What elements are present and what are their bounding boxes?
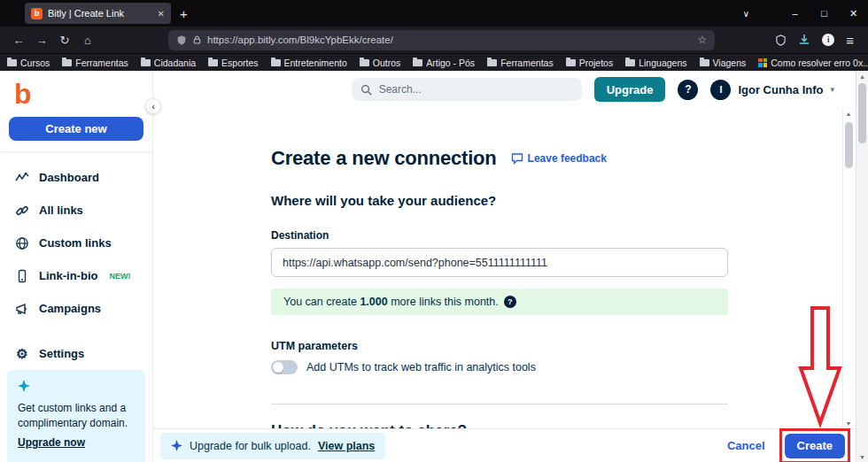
quota-help-icon[interactable]: ?: [504, 296, 516, 308]
scroll-down-icon[interactable]: ▼: [856, 451, 868, 462]
sidebar-item-dashboard[interactable]: Dashboard: [0, 161, 152, 194]
bitly-logo[interactable]: b: [0, 71, 152, 112]
lock-icon[interactable]: [192, 35, 202, 45]
gear-icon: ⚙: [15, 347, 29, 361]
bookmark-item[interactable]: Como resolver erro 0x...: [758, 58, 868, 68]
bookmark-folder[interactable]: Linguagens: [625, 58, 686, 68]
view-plans-link[interactable]: View plans: [318, 440, 375, 452]
phone-icon: [15, 269, 29, 283]
menu-icon[interactable]: ≡: [846, 33, 854, 48]
sidebar-item-all-links[interactable]: All links: [0, 194, 152, 227]
form-footer: Upgrade for bulk upload. View plans Canc…: [153, 428, 868, 462]
navbar-right-icons: i ≡: [775, 33, 854, 48]
bookmark-label: Como resolver erro 0x...: [771, 58, 868, 68]
scroll-up-icon[interactable]: ▲: [856, 71, 868, 81]
utm-toggle[interactable]: [271, 360, 298, 374]
content-scrollbar[interactable]: ▲ ▼: [842, 108, 854, 428]
sidebar-item-custom-links[interactable]: Custom links: [0, 227, 152, 259]
bulk-upload-banner: Upgrade for bulk upload. View plans: [160, 433, 385, 459]
avatar: I: [710, 80, 731, 100]
bookmark-folder[interactable]: Viagens: [700, 58, 747, 68]
bookmark-folder[interactable]: Outros: [360, 58, 401, 68]
bookmark-folder[interactable]: Cursos: [7, 58, 50, 68]
account-shield-icon[interactable]: [775, 35, 787, 46]
url-bar[interactable]: https://app.bitly.com/Bl9kcYpbEkk/create…: [168, 30, 715, 50]
windows-icon: [758, 58, 767, 67]
search-input[interactable]: [379, 83, 573, 96]
info-icon[interactable]: i: [822, 34, 834, 46]
sidebar-item-settings[interactable]: ⚙ Settings: [0, 337, 152, 370]
create-button[interactable]: Create: [785, 434, 845, 458]
upgrade-now-link[interactable]: Upgrade now: [18, 435, 85, 450]
tracking-shield-icon[interactable]: [176, 35, 187, 46]
bookmark-folder[interactable]: Entretenimento: [271, 58, 347, 68]
tab-title: Bitly | Create Link: [48, 8, 152, 19]
create-new-button[interactable]: Create new: [9, 117, 143, 141]
bookmark-folder[interactable]: Cidadania: [141, 58, 196, 68]
search-box[interactable]: [352, 78, 582, 101]
minimize-button[interactable]: –: [780, 0, 810, 27]
bookmark-label: Cursos: [20, 58, 50, 68]
bookmark-folder[interactable]: Ferramentas: [487, 58, 554, 68]
sparkle-icon: [18, 380, 135, 396]
bookmark-star-icon[interactable]: ☆: [697, 34, 707, 46]
sidebar-collapse-button[interactable]: ‹: [145, 98, 161, 114]
cancel-button[interactable]: Cancel: [727, 439, 765, 452]
chevron-down-icon: ▾: [830, 85, 834, 94]
scroll-down-icon[interactable]: ▼: [843, 418, 854, 428]
bookmark-label: Viagens: [713, 58, 747, 68]
forward-button[interactable]: →: [30, 28, 53, 51]
create-link-form: Create a new connection Leave feedback W…: [153, 108, 868, 428]
browser-scrollbar[interactable]: ▲ ▼: [856, 71, 868, 462]
bitly-favicon-icon: b: [31, 8, 43, 19]
bitly-logo-letter: b: [14, 78, 32, 110]
folder-icon: [566, 59, 576, 66]
reload-button[interactable]: ↻: [53, 28, 76, 51]
sparkline-icon: [15, 171, 29, 185]
downloads-icon[interactable]: [798, 34, 810, 46]
account-menu[interactable]: I Igor Cunha Info ▾: [710, 80, 834, 100]
sidebar-item-label: Link-in-bio: [39, 269, 97, 282]
maximize-button[interactable]: □: [810, 0, 839, 27]
home-button[interactable]: ⌂: [76, 28, 99, 51]
scrollbar-thumb[interactable]: [845, 122, 853, 168]
scroll-up-icon[interactable]: ▲: [843, 108, 854, 119]
section-divider: [271, 404, 728, 404]
bookmark-label: Ferramentas: [75, 58, 128, 68]
tab-close-icon[interactable]: ✕: [158, 9, 165, 19]
sparkle-icon: [171, 440, 182, 451]
bookmark-folder[interactable]: Artigo - Pós: [413, 58, 475, 68]
close-button[interactable]: ✕: [839, 0, 868, 27]
share-heading: How do you want to share?: [271, 422, 728, 428]
browser-titlebar: b Bitly | Create Link ✕ + ∨ – □ ✕: [0, 0, 868, 27]
browser-tab[interactable]: b Bitly | Create Link ✕: [25, 3, 171, 24]
bookmark-folder[interactable]: Ferramentas: [62, 58, 128, 68]
bookmark-folder[interactable]: Projetos: [566, 58, 614, 68]
upgrade-button[interactable]: Upgrade: [594, 77, 666, 102]
app-topbar: Upgrade ? I Igor Cunha Info ▾: [153, 71, 868, 108]
list-tabs-icon[interactable]: ∨: [732, 0, 761, 27]
leave-feedback-label: Leave feedback: [528, 152, 607, 165]
destination-input[interactable]: [271, 248, 728, 277]
bookmark-label: Artigo - Pós: [426, 58, 475, 68]
leave-feedback-link[interactable]: Leave feedback: [511, 152, 607, 165]
scrollbar-thumb[interactable]: [858, 83, 866, 143]
bookmark-folder[interactable]: Esportes: [208, 58, 258, 68]
sidebar-item-label: Campaigns: [39, 302, 101, 315]
bitly-app: b Create new Dashboard All links Custom: [0, 71, 868, 462]
new-tab-button[interactable]: +: [180, 6, 188, 21]
link-icon: [15, 204, 29, 218]
sidebar: b Create new Dashboard All links Custom: [0, 71, 153, 462]
url-text[interactable]: https://app.bitly.com/Bl9kcYpbEkk/create…: [207, 35, 692, 45]
quota-text: You can create: [283, 296, 360, 308]
red-highlight-box: Create: [779, 428, 850, 462]
back-button[interactable]: ←: [7, 28, 30, 51]
utm-toggle-label: Add UTMs to track web traffic in analyti…: [306, 361, 536, 373]
sidebar-item-campaigns[interactable]: Campaigns: [0, 292, 152, 325]
folder-icon: [413, 59, 422, 66]
sidebar-item-link-in-bio[interactable]: Link-in-bio NEW!: [0, 259, 152, 292]
help-button[interactable]: ?: [678, 80, 698, 100]
page-title: Create a new connection: [271, 147, 497, 170]
folder-icon: [141, 59, 151, 66]
folder-icon: [62, 59, 72, 66]
